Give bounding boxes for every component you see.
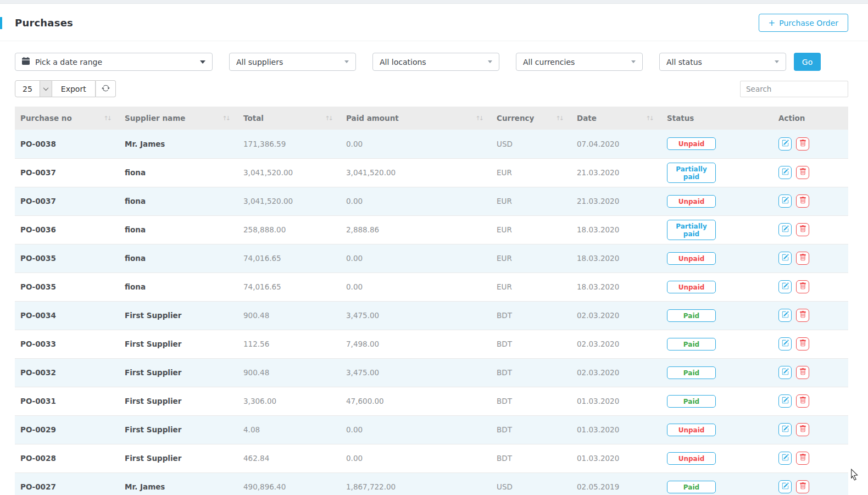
column-header-action: Action <box>773 107 848 130</box>
delete-button[interactable] <box>796 452 809 465</box>
delete-button[interactable] <box>796 394 809 408</box>
paid-amount-cell: 47,600.00 <box>341 387 491 415</box>
column-header-currency[interactable]: Currency↑↓ <box>491 107 571 130</box>
delete-button[interactable] <box>796 252 809 265</box>
delete-button[interactable] <box>796 366 809 379</box>
edit-button[interactable] <box>778 337 792 351</box>
purchase-no-cell: PO-0029 <box>15 415 119 444</box>
supplier-name-cell: Mr. James <box>119 130 238 158</box>
edit-button[interactable] <box>778 280 792 293</box>
column-label: Supplier name <box>125 114 185 123</box>
edit-icon <box>782 254 789 263</box>
action-cell <box>773 158 848 187</box>
date-range-picker[interactable]: Pick a date range <box>15 53 213 71</box>
edit-button[interactable] <box>778 223 792 236</box>
table-row: PO-0031First Supplier3,306.0047,600.00BD… <box>15 387 848 415</box>
page-header: Purchases + Purchase Order <box>0 4 868 41</box>
delete-button[interactable] <box>796 480 809 493</box>
paid-amount-cell: 0.00 <box>341 244 491 272</box>
sort-icon[interactable]: ↑↓ <box>476 115 482 122</box>
toolbar-row: 25 Export <box>15 80 848 97</box>
export-button[interactable]: Export <box>52 80 96 97</box>
total-cell: 900.48 <box>238 301 341 330</box>
status-badge: Partially paid <box>667 220 716 240</box>
delete-button[interactable] <box>796 280 809 293</box>
column-header-purchase-no[interactable]: Purchase no↑↓ <box>15 107 119 130</box>
edit-icon <box>782 425 789 434</box>
edit-icon <box>782 197 789 205</box>
trash-icon <box>799 454 806 463</box>
page-size-select[interactable]: 25 <box>15 80 52 97</box>
date-cell: 18.03.2020 <box>571 244 661 272</box>
delete-button[interactable] <box>796 223 809 236</box>
mouse-cursor <box>850 469 859 483</box>
status-cell: Paid <box>661 358 773 387</box>
edit-button[interactable] <box>778 480 792 493</box>
edit-button[interactable] <box>778 309 792 322</box>
paid-amount-cell: 0.00 <box>341 272 491 301</box>
edit-button[interactable] <box>778 366 792 379</box>
refresh-button[interactable] <box>96 80 116 97</box>
locations-select[interactable]: All locations <box>372 53 499 71</box>
currency-cell: EUR <box>491 244 571 272</box>
column-header-paid-amount[interactable]: Paid amount↑↓ <box>341 107 491 130</box>
table-row: PO-0027Mr. James490,896.401,867,722.00US… <box>15 472 848 495</box>
action-cell <box>773 358 848 387</box>
column-header-date[interactable]: Date↑↓ <box>571 107 661 130</box>
edit-icon <box>782 368 789 377</box>
table-row: PO-0032First Supplier900.483,475.00BDT02… <box>15 358 848 387</box>
trash-icon <box>799 140 806 148</box>
paid-amount-cell: 3,041,520.00 <box>341 158 491 187</box>
action-cell <box>773 387 848 415</box>
trash-icon <box>799 368 806 377</box>
table-tools-group: 25 Export <box>15 80 116 97</box>
paid-amount-cell: 3,475.00 <box>341 301 491 330</box>
status-cell: Paid <box>661 387 773 415</box>
purchase-no-cell: PO-0027 <box>15 472 119 495</box>
sort-icon[interactable]: ↑↓ <box>646 115 653 122</box>
status-badge: Unpaid <box>667 452 716 465</box>
filters-row: Pick a date range All suppliers All loca… <box>15 53 848 71</box>
delete-button[interactable] <box>796 423 809 436</box>
action-cell <box>773 130 848 158</box>
edit-button[interactable] <box>778 423 792 436</box>
delete-button[interactable] <box>796 194 809 208</box>
delete-button[interactable] <box>796 137 809 151</box>
sort-icon[interactable]: ↑↓ <box>104 115 110 122</box>
edit-button[interactable] <box>778 394 792 408</box>
edit-button[interactable] <box>778 166 792 179</box>
status-cell: Paid <box>661 301 773 330</box>
locations-select-value: All locations <box>380 58 426 66</box>
date-cell: 02.05.2019 <box>571 472 661 495</box>
date-cell: 07.04.2020 <box>571 130 661 158</box>
total-cell: 258,888.00 <box>238 215 341 244</box>
suppliers-select[interactable]: All suppliers <box>229 53 356 71</box>
total-cell: 3,041,520.00 <box>238 187 341 215</box>
trash-icon <box>799 311 806 320</box>
go-button[interactable]: Go <box>794 53 821 71</box>
column-header-supplier-name[interactable]: Supplier name↑↓ <box>119 107 238 130</box>
edit-button[interactable] <box>778 252 792 265</box>
currency-cell: BDT <box>491 330 571 358</box>
delete-button[interactable] <box>796 337 809 351</box>
sort-icon[interactable]: ↑↓ <box>222 115 229 122</box>
currencies-select[interactable]: All currencies <box>516 53 643 71</box>
delete-button[interactable] <box>796 309 809 322</box>
edit-button[interactable] <box>778 452 792 465</box>
purchase-order-button[interactable]: + Purchase Order <box>759 14 848 32</box>
sort-icon[interactable]: ↑↓ <box>325 115 332 122</box>
purchase-no-cell: PO-0035 <box>15 244 119 272</box>
column-label: Paid amount <box>346 114 399 123</box>
edit-button[interactable] <box>778 194 792 208</box>
column-header-total[interactable]: Total↑↓ <box>238 107 341 130</box>
sort-icon[interactable]: ↑↓ <box>556 115 563 122</box>
action-cell <box>773 187 848 215</box>
total-cell: 171,386.59 <box>238 130 341 158</box>
edit-button[interactable] <box>778 137 792 151</box>
status-select[interactable]: All status <box>659 53 786 71</box>
status-badge: Paid <box>667 338 716 351</box>
search-input[interactable] <box>740 81 848 97</box>
delete-button[interactable] <box>796 166 809 179</box>
status-badge: Unpaid <box>667 281 716 293</box>
currency-cell: USD <box>491 130 571 158</box>
